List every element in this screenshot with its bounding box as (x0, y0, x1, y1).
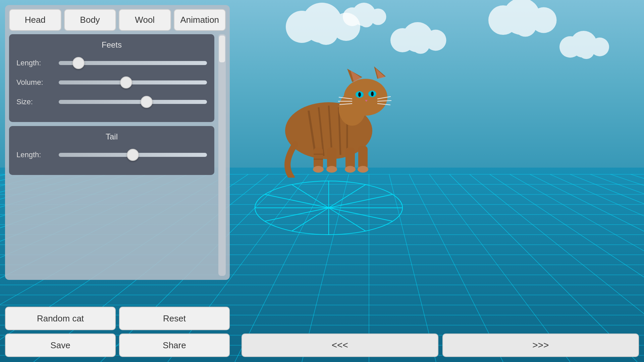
feets-size-slider-wrapper (59, 95, 207, 109)
bottom-buttons: Random cat Reset Save Share (5, 307, 230, 357)
feets-volume-row: Volume: (16, 76, 207, 89)
feets-title: Feets (16, 40, 207, 50)
tail-section: Tail Length: (9, 126, 214, 175)
feets-size-slider[interactable] (59, 100, 207, 104)
tail-length-label: Length: (16, 150, 53, 159)
scrollbar-track[interactable] (218, 34, 226, 276)
feets-length-row: Length: (16, 56, 207, 70)
nav-buttons: <<< >>> (241, 334, 639, 357)
tail-length-slider[interactable] (59, 153, 207, 157)
feets-section: Feets Length: Volume: Size: (9, 34, 214, 122)
panels-scroll: Feets Length: Volume: Size: (9, 34, 216, 276)
feets-size-label: Size: (16, 98, 53, 106)
feets-volume-slider[interactable] (59, 80, 207, 84)
svg-point-24 (313, 166, 324, 173)
tail-title: Tail (16, 132, 207, 141)
tab-body[interactable]: Body (64, 9, 116, 31)
tab-animation[interactable]: Animation (174, 9, 226, 31)
tail-length-row: Length: (16, 148, 207, 162)
svg-point-7 (344, 79, 387, 116)
svg-point-30 (358, 166, 368, 173)
random-cat-button[interactable]: Random cat (5, 307, 116, 330)
feets-length-slider[interactable] (59, 61, 207, 65)
svg-point-15 (371, 92, 374, 96)
tab-head[interactable]: Head (9, 9, 61, 31)
feets-volume-slider-wrapper (59, 76, 207, 89)
scrollbar-thumb[interactable] (219, 36, 225, 62)
tab-wool[interactable]: Wool (119, 9, 171, 31)
feets-length-slider-wrapper (59, 56, 207, 70)
cat-model (262, 44, 402, 178)
svg-point-28 (345, 166, 356, 173)
tail-length-slider-wrapper (59, 148, 207, 162)
svg-point-14 (358, 92, 361, 97)
feets-length-label: Length: (16, 59, 53, 67)
left-panel: Head Body Wool Animation Feets Length: V… (5, 5, 230, 280)
svg-rect-29 (358, 146, 368, 169)
feets-size-row: Size: (16, 95, 207, 109)
prev-button[interactable]: <<< (241, 334, 438, 357)
next-button[interactable]: >>> (442, 334, 639, 357)
action-buttons-row: Random cat Reset (5, 307, 230, 330)
share-button[interactable]: Share (119, 334, 230, 357)
svg-point-26 (326, 166, 337, 173)
save-button[interactable]: Save (5, 334, 116, 357)
feets-volume-label: Volume: (16, 78, 53, 87)
content-area: Feets Length: Volume: Size: (9, 34, 226, 276)
reset-button[interactable]: Reset (119, 307, 230, 330)
tabs-row: Head Body Wool Animation (9, 9, 226, 31)
save-share-row: Save Share (5, 334, 230, 357)
